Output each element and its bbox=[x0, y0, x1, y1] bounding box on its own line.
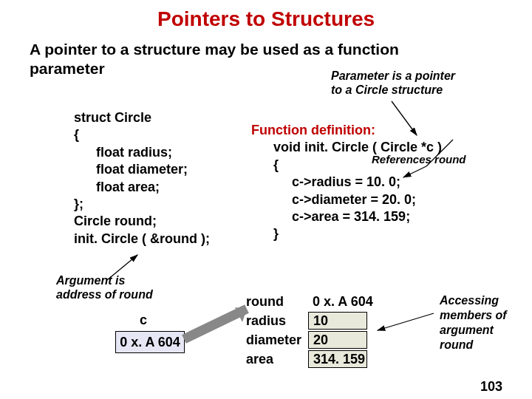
memory-diagram: round 0 x. A 604 radius 10 diameter 20 a… bbox=[246, 292, 373, 369]
field-value: 20 bbox=[308, 331, 367, 349]
note-access-l3: argument bbox=[440, 324, 494, 336]
struct-l4: float diameter; bbox=[96, 161, 210, 178]
note-param-l1: Parameter is a pointer bbox=[331, 69, 455, 82]
round-addr: 0 x. A 604 bbox=[308, 294, 373, 310]
note-access-l4: round bbox=[440, 338, 473, 351]
page-number: 103 bbox=[480, 379, 502, 395]
struct-l1: struct Circle bbox=[74, 109, 210, 126]
c-address-box: 0 x. A 604 bbox=[115, 331, 185, 353]
note-access-l1: Accessing bbox=[440, 294, 499, 307]
struct-l2: { bbox=[74, 126, 210, 143]
round-label: round bbox=[246, 294, 308, 310]
struct-l7: Circle round; bbox=[74, 213, 210, 230]
memory-row: diameter 20 bbox=[246, 330, 373, 349]
memory-row: radius 10 bbox=[246, 311, 373, 330]
note-arg-l1: Argument is bbox=[56, 274, 125, 287]
field-name: area bbox=[246, 352, 308, 367]
note-param-l2: to a Circle structure bbox=[331, 83, 455, 97]
func-b1: c->radius = 10. 0; bbox=[292, 174, 442, 191]
note-arg-l2: address of round bbox=[56, 288, 153, 301]
struct-l8: init. Circle ( &round ); bbox=[74, 231, 210, 248]
field-name: radius bbox=[246, 313, 308, 329]
field-value: 10 bbox=[308, 312, 367, 330]
field-value: 314. 159 bbox=[308, 350, 367, 368]
struct-l3: float radius; bbox=[96, 144, 210, 161]
func-header: Function definition: bbox=[251, 122, 442, 139]
intro-line1: A pointer to a structure may be used as … bbox=[30, 41, 399, 58]
memory-row: area 314. 159 bbox=[246, 349, 373, 369]
note-accessing: Accessing members of argument round bbox=[440, 293, 507, 352]
svg-line-6 bbox=[378, 313, 434, 330]
func-close: } bbox=[273, 225, 442, 242]
slide-title: Pointers to Structures bbox=[30, 7, 502, 31]
svg-line-4 bbox=[184, 309, 247, 339]
func-b3: c->area = 314. 159; bbox=[292, 208, 442, 225]
struct-l5: float area; bbox=[96, 179, 210, 196]
note-references: References round bbox=[372, 153, 466, 166]
note-argument: Argument is address of round bbox=[56, 273, 153, 301]
svg-marker-5 bbox=[235, 307, 247, 322]
intro-line2: parameter bbox=[30, 60, 105, 77]
note-access-l2: members of bbox=[440, 309, 507, 321]
func-b2: c->diameter = 20. 0; bbox=[292, 191, 442, 208]
field-name: diameter bbox=[246, 332, 308, 348]
struct-code-block: struct Circle { float radius; float diam… bbox=[74, 109, 210, 248]
note-parameter: Parameter is a pointer to a Circle struc… bbox=[331, 69, 455, 97]
slide: Pointers to Structures A pointer to a st… bbox=[0, 0, 532, 399]
struct-l6: }; bbox=[74, 196, 210, 213]
function-code-block: Function definition: void init. Circle (… bbox=[251, 122, 442, 243]
c-variable-label: c bbox=[140, 313, 147, 328]
memory-header-row: round 0 x. A 604 bbox=[246, 292, 373, 311]
